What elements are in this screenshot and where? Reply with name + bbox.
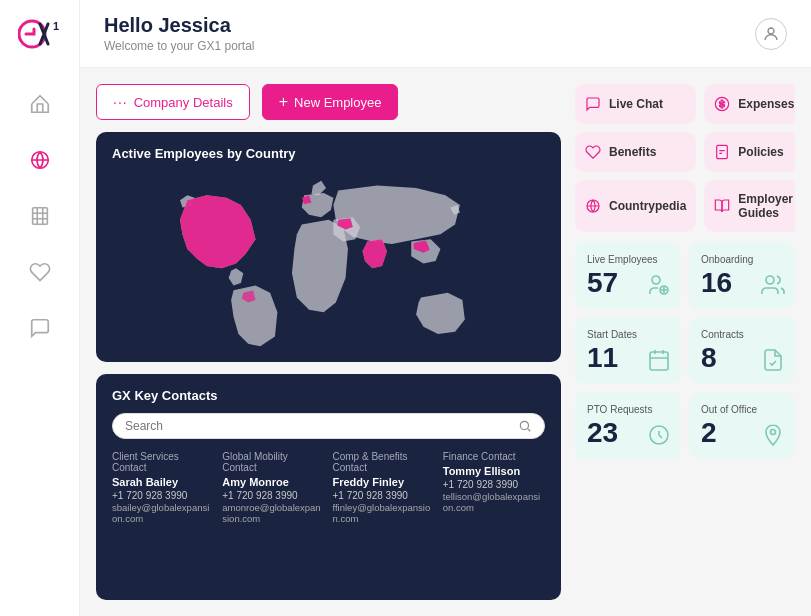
people-icon — [647, 273, 671, 301]
svg-rect-12 — [650, 352, 668, 370]
stat-cards: Live Employees 57 Onboarding 16 Start Da… — [575, 242, 795, 459]
svg-point-4 — [768, 28, 774, 34]
stat-card-start-dates: Start Dates 11 — [575, 317, 681, 384]
stat-card-live-employees: Live Employees 57 — [575, 242, 681, 309]
company-details-button[interactable]: ··· Company Details — [96, 84, 250, 120]
new-employee-label: New Employee — [294, 95, 381, 110]
new-employee-button[interactable]: + New Employee — [262, 84, 399, 120]
contact-item: Comp & Benefits Contact Freddy Finley +1… — [333, 451, 435, 524]
location-icon — [761, 423, 785, 451]
contact-role: Global Mobility Contact — [222, 451, 324, 473]
onboard-icon — [761, 273, 785, 301]
svg-point-6 — [520, 421, 528, 429]
guides-icon — [714, 198, 730, 214]
chat-bubble-icon — [585, 96, 601, 112]
globe-small-icon — [585, 198, 601, 214]
contact-role: Client Services Contact — [112, 451, 214, 473]
company-details-label: Company Details — [134, 95, 233, 110]
quick-link-label: Expenses — [738, 97, 794, 111]
contact-phone: +1 720 928 3990 — [333, 490, 435, 501]
svg-rect-7 — [717, 145, 728, 158]
contacts-grid: Client Services Contact Sarah Bailey +1 … — [112, 451, 545, 524]
contact-email: sbailey@globalexpansion.com — [112, 502, 214, 524]
sidebar-item-chat[interactable] — [16, 304, 64, 352]
quick-link-label: Employer Guides — [738, 192, 794, 220]
dots-icon: ··· — [113, 94, 128, 110]
contact-email: ffinley@globalexpansion.com — [333, 502, 435, 524]
sidebar: 1 — [0, 0, 80, 616]
action-buttons: ··· Company Details + New Employee — [96, 84, 561, 120]
contact-name: Freddy Finley — [333, 476, 435, 488]
quick-link-label: Live Chat — [609, 97, 663, 111]
quick-links: Live Chat Expenses Benefits Policies Cou… — [575, 84, 795, 232]
page-content: ··· Company Details + New Employee Activ… — [80, 68, 811, 616]
sidebar-item-heart[interactable] — [16, 248, 64, 296]
main-content: Hello Jessica Welcome to your GX1 portal… — [80, 0, 811, 616]
contact-phone: +1 720 928 3990 — [443, 479, 545, 490]
svg-rect-3 — [32, 208, 47, 225]
greeting-subtitle: Welcome to your GX1 portal — [104, 39, 255, 53]
svg-point-14 — [771, 430, 776, 435]
right-panel: Live Chat Expenses Benefits Policies Cou… — [575, 84, 795, 600]
benefits-icon — [585, 144, 601, 160]
contact-name: Tommy Ellison — [443, 465, 545, 477]
left-panel: ··· Company Details + New Employee Activ… — [96, 84, 561, 600]
stat-label: Onboarding — [701, 254, 783, 265]
quick-link-employer-guides[interactable]: Employer Guides — [704, 180, 795, 232]
contract-icon — [761, 348, 785, 376]
contact-name: Amy Monroe — [222, 476, 324, 488]
sidebar-item-globe[interactable] — [16, 136, 64, 184]
user-avatar-button[interactable] — [755, 18, 787, 50]
greeting-title: Hello Jessica — [104, 14, 255, 37]
world-map — [112, 171, 545, 356]
stat-label: Out of Office — [701, 404, 783, 415]
sidebar-item-building[interactable] — [16, 192, 64, 240]
contact-item: Global Mobility Contact Amy Monroe +1 72… — [222, 451, 324, 524]
quick-link-label: Policies — [738, 145, 783, 159]
stat-label: Contracts — [701, 329, 783, 340]
stat-card-onboarding: Onboarding 16 — [689, 242, 795, 309]
logo: 1 — [18, 16, 62, 56]
quick-link-live-chat[interactable]: Live Chat — [575, 84, 696, 124]
stat-card-out-of-office: Out of Office 2 — [689, 392, 795, 459]
contacts-search-container — [112, 413, 545, 439]
quick-link-label: Countrypedia — [609, 199, 686, 213]
stat-card-pto-requests: PTO Requests 23 — [575, 392, 681, 459]
contact-phone: +1 720 928 3990 — [222, 490, 324, 501]
quick-link-benefits[interactable]: Benefits — [575, 132, 696, 172]
map-title: Active Employees by Country — [112, 146, 545, 161]
contact-email: tellison@globalexpansion.com — [443, 491, 545, 513]
contact-item: Finance Contact Tommy Ellison +1 720 928… — [443, 451, 545, 524]
stat-card-contracts: Contracts 8 — [689, 317, 795, 384]
quick-link-label: Benefits — [609, 145, 656, 159]
contact-item: Client Services Contact Sarah Bailey +1 … — [112, 451, 214, 524]
header: Hello Jessica Welcome to your GX1 portal — [80, 0, 811, 68]
search-icon — [518, 419, 532, 433]
contact-role: Finance Contact — [443, 451, 545, 462]
quick-link-expenses[interactable]: Expenses — [704, 84, 795, 124]
contact-email: amonroe@globalexpansion.com — [222, 502, 324, 524]
greeting-section: Hello Jessica Welcome to your GX1 portal — [104, 14, 255, 53]
contacts-title: GX Key Contacts — [112, 388, 545, 403]
sidebar-item-home[interactable] — [16, 80, 64, 128]
stat-label: PTO Requests — [587, 404, 669, 415]
svg-point-9 — [652, 276, 660, 284]
stat-label: Live Employees — [587, 254, 669, 265]
map-card: Active Employees by Country — [96, 132, 561, 362]
contact-phone: +1 720 928 3990 — [112, 490, 214, 501]
contacts-search-input[interactable] — [125, 419, 518, 433]
stat-label: Start Dates — [587, 329, 669, 340]
contact-name: Sarah Bailey — [112, 476, 214, 488]
quick-link-countrypedia[interactable]: Countrypedia — [575, 180, 696, 232]
sidebar-nav — [0, 80, 79, 352]
calendar-icon — [647, 348, 671, 376]
pto-icon — [647, 423, 671, 451]
policies-icon — [714, 144, 730, 160]
quick-link-policies[interactable]: Policies — [704, 132, 795, 172]
svg-point-11 — [766, 276, 774, 284]
contact-role: Comp & Benefits Contact — [333, 451, 435, 473]
expenses-icon — [714, 96, 730, 112]
contacts-card: GX Key Contacts Client Services Contact … — [96, 374, 561, 600]
plus-icon: + — [279, 93, 288, 111]
svg-text:1: 1 — [53, 20, 59, 32]
